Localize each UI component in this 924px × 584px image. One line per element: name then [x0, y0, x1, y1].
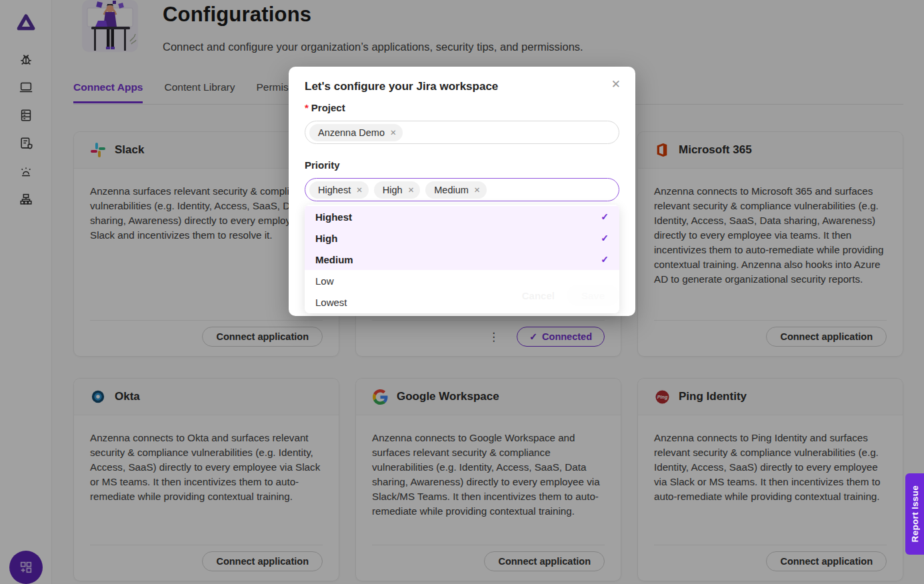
jira-config-modal: Let's configure your Jira workspace ✕ *P…	[289, 67, 635, 316]
option-lowest[interactable]: Lowest	[305, 291, 619, 313]
check-icon: ✓	[601, 211, 609, 222]
option-highest[interactable]: Highest ✓	[305, 206, 619, 227]
tag-remove-icon[interactable]: ✕	[408, 185, 415, 195]
tag-label: Highest	[318, 185, 351, 195]
tag-label: Medium	[434, 185, 469, 195]
priority-field-label: Priority	[305, 159, 340, 171]
report-issue-label: Report Issue	[910, 485, 920, 542]
check-icon: ✓	[601, 254, 609, 265]
priority-tag: High ✕	[374, 181, 420, 199]
tag-remove-icon[interactable]: ✕	[356, 185, 363, 195]
option-high[interactable]: High ✓	[305, 227, 619, 249]
project-field-label: *Project	[305, 102, 345, 113]
priority-tag: Highest ✕	[309, 181, 369, 199]
project-select-input[interactable]: Anzenna Demo ✕	[305, 121, 619, 144]
project-tag: Anzenna Demo ✕	[309, 124, 403, 141]
priority-dropdown: Highest ✓ High ✓ Medium ✓ Low Lowest	[305, 205, 619, 313]
tag-remove-icon[interactable]: ✕	[390, 128, 397, 137]
modal-title: Let's configure your Jira workspace	[305, 80, 498, 93]
option-medium[interactable]: Medium ✓	[305, 249, 619, 270]
priority-select-input[interactable]: Highest ✕ High ✕ Medium ✕	[305, 178, 619, 201]
priority-tag: Medium ✕	[425, 181, 486, 199]
tag-label: High	[383, 185, 403, 195]
report-issue-tab[interactable]: Report Issue	[905, 473, 924, 555]
close-icon[interactable]: ✕	[611, 77, 621, 91]
check-icon: ✓	[601, 233, 609, 243]
tag-label: Anzenna Demo	[318, 127, 385, 138]
required-asterisk: *	[305, 102, 309, 113]
option-low[interactable]: Low	[305, 270, 619, 291]
tag-remove-icon[interactable]: ✕	[474, 185, 481, 195]
